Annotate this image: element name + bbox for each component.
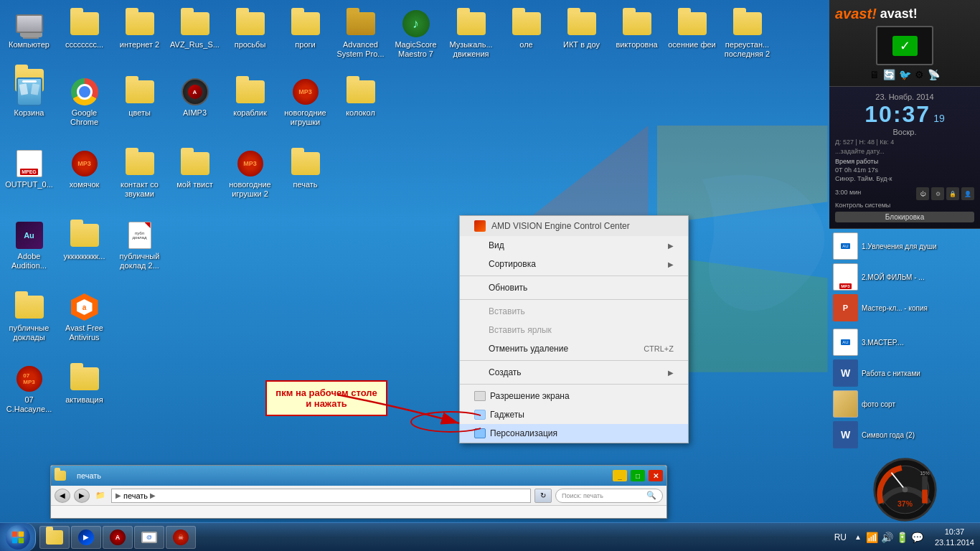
clock-sync: Синхр. Тайм. Буд-к — [835, 175, 974, 182]
icon-chrome[interactable]: Google Chrome — [57, 74, 111, 129]
icon-folder-viktorovna[interactable]: викторовна — [610, 6, 664, 61]
taskbar-item-media[interactable]: ▶ — [71, 526, 101, 549]
clock-btn-settings[interactable]: ⚙ — [931, 187, 944, 200]
icon-folder-advanced[interactable]: Advanced System Pro... — [334, 6, 387, 61]
clock-btn-user[interactable]: 👤 — [961, 187, 974, 200]
sidebar-file-6[interactable]: фото сорт — [833, 390, 976, 418]
fm-folder-nav-icon: 📁 — [95, 491, 105, 500]
ctx-personalization[interactable]: Персонализация — [460, 424, 688, 443]
icon-folder-avz[interactable]: AVZ_Rus_S... — [168, 6, 222, 61]
icon-audition[interactable]: Au Adobe Audition... — [2, 217, 56, 273]
ctx-paste-shortcut-label: Вставить ярлык — [489, 325, 552, 335]
icon-folder-pubdok[interactable]: публичные доклады — [2, 289, 56, 344]
block-button[interactable]: Блокировка — [835, 212, 974, 222]
sidebar-file-label-4: 3.МАСТЕР.... — [862, 339, 904, 347]
sidebar-file-label-7: Символ года (2) — [862, 431, 915, 439]
svg-text:15%: 15% — [920, 471, 929, 476]
ctx-sort-left: Сортировка — [474, 259, 536, 269]
clock-day: Воскр. — [835, 128, 974, 136]
clock-btn-lock[interactable]: 🔒 — [946, 187, 959, 200]
taskbar-item-explorer[interactable] — [39, 526, 70, 549]
icon-avast[interactable]: a Avast Free Antivirus — [57, 289, 111, 344]
icon-recycle[interactable]: Корзина — [2, 74, 56, 129]
taskbar-item-mail[interactable]: @ — [134, 526, 164, 549]
icon-folder-pechat[interactable]: печать — [278, 146, 332, 201]
taskbar-item-skype[interactable]: ☠ — [166, 526, 196, 549]
fm-search-box[interactable]: Поиск: печать 🔍 — [555, 489, 663, 503]
taskbar-item-aimp[interactable]: A — [103, 526, 133, 549]
sidebar-file-5[interactable]: W Работа с нитками — [833, 359, 976, 387]
ctx-gadgets-icon — [474, 410, 486, 420]
svg-rect-10 — [11, 531, 17, 536]
taskbar: ▶ A @ ☠ RU — [0, 522, 980, 551]
icon-magicscore[interactable]: ♪ MagicScore Maestro 7 — [389, 6, 443, 61]
sidebar-file-4[interactable]: AU 3.МАСТЕР.... — [833, 329, 976, 356]
sidebar-file-7[interactable]: W Символ года (2) — [833, 421, 976, 448]
icon-mp3-homchok[interactable]: MP3 хомячок — [57, 146, 111, 201]
icon-folder-prosb[interactable]: просьбы — [223, 6, 277, 61]
icon-computer[interactable]: Компьютер — [2, 6, 56, 61]
fm-address-bar[interactable]: ▶ печать ▶ — [111, 489, 531, 503]
icon-folder-ikt[interactable]: ИКТ в доу — [555, 6, 608, 61]
icon-folder-ukk[interactable]: уккккккккк... — [57, 217, 111, 273]
icon-folder-ole[interactable]: оле — [499, 6, 553, 61]
fm-close-button[interactable]: ✕ — [649, 470, 663, 481]
sidebar-file-2[interactable]: MP3 2.МОЙ ФИЛЬМ - ... — [833, 263, 976, 291]
clock-btn-power[interactable]: ⏻ — [916, 187, 929, 200]
ctx-gadgets[interactable]: Гаджеты — [460, 405, 688, 424]
fm-back-button[interactable]: ◀ — [55, 489, 70, 503]
icon-folder-twist[interactable]: мой твист — [168, 146, 222, 201]
annotation-box: пкм на рабочем столе и нажать — [265, 380, 387, 416]
icon-folder-osennye[interactable]: осенние феи — [665, 6, 719, 61]
icon-output-mpeg[interactable]: MPEG OUTPUT_0... — [2, 146, 56, 201]
ctx-paste[interactable]: Вставить — [460, 302, 688, 321]
fm-forward-button[interactable]: ▶ — [74, 489, 90, 503]
tray-chevron[interactable]: ▲ — [854, 533, 862, 541]
icon-magicscore-label: MagicScore Maestro 7 — [391, 40, 440, 59]
icon-folder-pubdok-label: публичные доклады — [4, 324, 54, 342]
ctx-resolution[interactable]: Разрешение экрана — [460, 387, 688, 405]
start-button[interactable] — [0, 523, 36, 552]
ctx-refresh[interactable]: Обновить — [460, 278, 688, 297]
icon-folder-korabl[interactable]: кораблик — [223, 74, 277, 129]
ctx-vid[interactable]: Вид ▶ — [460, 236, 688, 255]
icon-aimp3[interactable]: A AIMP3 — [168, 74, 222, 129]
taskbar-skype-icon: ☠ — [172, 529, 189, 546]
icon-mp3-novog[interactable]: MP3 новогодние игрушки — [278, 74, 332, 129]
icon-folder-sss[interactable]: сссссссс... — [57, 6, 111, 61]
icon-folder-pereustan[interactable]: переустан... последняя 2 — [720, 6, 774, 61]
icon-folder-music[interactable]: Музыкаль... движения — [444, 6, 498, 61]
icon-folder-activ[interactable]: активация — [57, 361, 111, 416]
icon-mp3-07[interactable]: 07MP3 07 С.Насауле... — [2, 361, 56, 416]
tray-volume-icon: 🔊 — [881, 532, 893, 543]
ctx-sep-3 — [460, 360, 688, 361]
icon-folder-kolokol[interactable]: колокол — [334, 74, 387, 129]
taskbar-mail-icon: @ — [141, 529, 158, 546]
svg-rect-13 — [18, 537, 23, 542]
sidebar-file-3[interactable]: P Мастер-кл... - копия — [833, 294, 976, 321]
start-orb — [6, 525, 30, 550]
icon-folder-cvety[interactable]: цветы — [113, 74, 166, 129]
icon-folder-korabl-label: кораблик — [233, 108, 266, 118]
icon-folder-kontakt[interactable]: контакт со звуками — [113, 146, 166, 201]
ctx-paste-shortcut[interactable]: Вставить ярлык — [460, 321, 688, 339]
fm-refresh-button[interactable]: ↻ — [534, 489, 552, 503]
avast-widget[interactable]: avast! avast! ✓ 🖥 🔄 🐦 ⚙ 📡 — [829, 0, 980, 87]
fm-toolbar: ◀ ▶ 📁 ▶ печать ▶ ↻ Поиск: печать 🔍 — [51, 486, 666, 506]
fm-minimize-button[interactable]: _ — [613, 470, 627, 481]
ctx-pers-label: Персонализация — [490, 428, 557, 438]
tray-clock[interactable]: 10:37 23.11.2014 — [929, 527, 980, 547]
clock-widget: 23. Ноябр. 2014 10:37 19 Воскр. Д: 527 |… — [829, 87, 980, 229]
ctx-sep-2 — [460, 299, 688, 300]
ctx-undo-delete[interactable]: Отменить удаление CTRL+Z — [460, 339, 688, 358]
ctx-sort[interactable]: Сортировка ▶ — [460, 255, 688, 273]
icon-mp3-novog2[interactable]: MP3 новогодние игрушки 2 — [223, 146, 277, 201]
avast-check-icon: ✓ — [892, 36, 918, 56]
fm-maximize-button[interactable]: □ — [631, 470, 645, 481]
icon-folder-internet[interactable]: интернет 2 — [113, 6, 166, 61]
ctx-create[interactable]: Создать ▶ — [460, 363, 688, 382]
sidebar-file-1[interactable]: AU 1.Увлечения для души — [833, 232, 976, 260]
icon-doc-public[interactable]: публдоклад публичный доклад 2... — [113, 217, 166, 273]
sidebar-file-label-1: 1.Увлечения для души — [862, 242, 937, 250]
icon-folder-progi[interactable]: проги — [278, 6, 332, 61]
